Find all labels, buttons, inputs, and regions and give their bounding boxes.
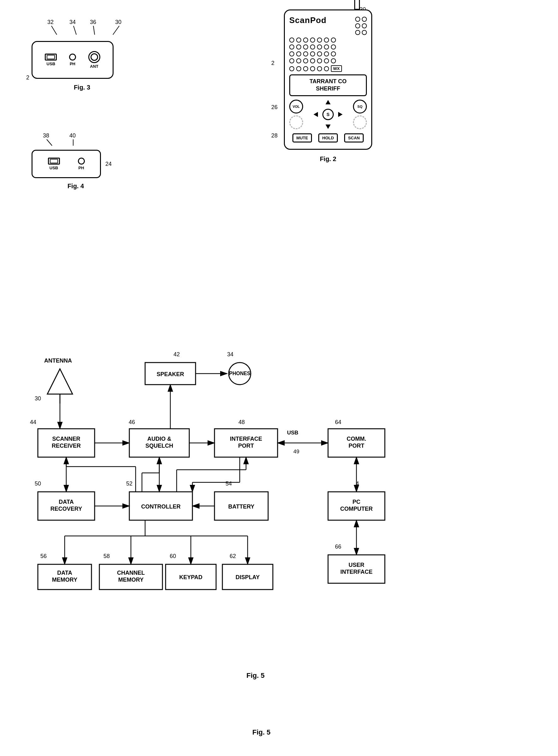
fig2-caption: Fig. 2: [284, 156, 372, 163]
dpad-up[interactable]: [326, 100, 331, 104]
led3: [355, 23, 360, 28]
svg-text:SCANNER: SCANNER: [52, 436, 80, 442]
fig4-ph-group: PH: [78, 158, 85, 170]
btn-r1c2: [296, 37, 301, 43]
fig3-ant-group: ANT: [88, 51, 100, 69]
svg-text:INTERFACE: INTERFACE: [230, 436, 262, 442]
svg-text:44: 44: [30, 419, 36, 425]
dpad-right[interactable]: [338, 112, 343, 117]
btn-r4c7: [331, 58, 336, 63]
svg-text:USER: USER: [349, 562, 364, 568]
btn-r3c7: [331, 51, 336, 56]
svg-text:BATTERY: BATTERY: [228, 504, 255, 510]
svg-marker-10: [47, 369, 73, 394]
vol-button[interactable]: VOL: [289, 100, 303, 113]
vol-button2[interactable]: [289, 115, 303, 129]
svg-text:AUDIO &: AUDIO &: [147, 436, 171, 442]
svg-text:48: 48: [238, 419, 245, 425]
fig2-ref26: 26: [271, 104, 278, 111]
fig3-usb-label: USB: [47, 61, 55, 66]
svg-text:30: 30: [35, 395, 41, 402]
dpad-left[interactable]: [313, 112, 318, 117]
scanpod-display: TARRANT CO SHERIFF: [289, 74, 367, 96]
svg-text:RECOVERY: RECOVERY: [50, 506, 82, 512]
btn-r4c5: [317, 58, 322, 63]
mute-button[interactable]: MUTE: [293, 133, 312, 142]
diagram-svg: 30 44 ANTENNA SCANNER RECEIVER 46 AUDIO …: [19, 331, 536, 725]
btn-r3c1: [289, 51, 294, 56]
btn-r4c6: [324, 58, 329, 63]
display-line1: TARRANT CO: [293, 78, 363, 85]
sq-button[interactable]: SQ: [353, 100, 367, 113]
sq-button2[interactable]: [353, 115, 367, 129]
svg-text:COMPUTER: COMPUTER: [340, 506, 373, 512]
fig3-ant-inner: [91, 53, 98, 61]
svg-line-2: [93, 26, 95, 35]
fig4-usb-inner: [50, 159, 58, 163]
dpad-down[interactable]: [326, 125, 331, 129]
svg-text:RECEIVER: RECEIVER: [52, 442, 81, 449]
fig4-usb-group: USB: [48, 158, 60, 170]
btn-r3c6: [324, 51, 329, 56]
btn-r4c4: [310, 58, 315, 63]
svg-text:58: 58: [103, 553, 110, 559]
fig5-container: 30 44 ANTENNA SCANNER RECEIVER 46 AUDIO …: [19, 331, 536, 725]
svg-line-1: [74, 26, 76, 35]
btn-r1c1: [289, 37, 294, 43]
btn-r5c1: [289, 66, 294, 71]
svg-text:Fig. 5: Fig. 5: [246, 672, 264, 679]
svg-text:DISPLAY: DISPLAY: [236, 574, 260, 580]
svg-text:60: 60: [170, 553, 176, 559]
btn-r1c3: [303, 37, 308, 43]
svg-text:USB: USB: [287, 430, 298, 436]
led1: [355, 17, 360, 22]
btn-r3c5: [317, 51, 322, 56]
svg-rect-21: [129, 429, 189, 457]
led6: [362, 30, 367, 35]
svg-rect-41: [328, 429, 385, 457]
btn-r5c5: [317, 66, 322, 71]
btn-row5: WX: [289, 65, 367, 72]
svg-rect-80: [166, 564, 216, 590]
dpad: S: [312, 99, 344, 130]
svg-text:54: 54: [226, 481, 232, 487]
fig3-ph-port: [69, 54, 76, 60]
btn-r5c4: [310, 66, 315, 71]
svg-text:DATA: DATA: [57, 570, 72, 576]
svg-text:MEMORY: MEMORY: [118, 576, 144, 583]
wx-button[interactable]: WX: [331, 65, 342, 72]
svg-rect-16: [38, 429, 95, 457]
svg-text:CHANNEL: CHANNEL: [117, 570, 145, 576]
fig4-caption: Fig. 4: [31, 183, 120, 190]
svg-text:PHONES: PHONES: [229, 371, 250, 376]
svg-text:42: 42: [174, 351, 180, 357]
fig3-usb-inner: [47, 55, 55, 59]
svg-text:COMM.: COMM.: [347, 436, 366, 442]
hold-button[interactable]: HOLD: [318, 133, 338, 142]
svg-text:4: 4: [356, 481, 359, 487]
btn-row4: [289, 58, 367, 63]
fig3-device: USB PH ANT 2: [31, 41, 113, 79]
svg-text:PC: PC: [352, 499, 360, 505]
svg-text:56: 56: [41, 553, 47, 559]
scan-button[interactable]: SCAN: [344, 133, 364, 142]
fig2-ref28: 28: [271, 132, 278, 139]
btn-r5c2: [296, 66, 301, 71]
btn-r2c3: [303, 45, 308, 50]
fig4-container: 38 40 USB PH 24 Fig.: [31, 132, 120, 190]
btn-r2c6: [324, 45, 329, 50]
svg-text:CONTROLLER: CONTROLLER: [141, 504, 181, 510]
svg-text:62: 62: [230, 553, 236, 559]
svg-text:64: 64: [335, 419, 341, 425]
svg-rect-72: [38, 564, 92, 590]
page: { "fig3": { "caption": "Fig. 3", "ref_30…: [0, 0, 558, 756]
dpad-center[interactable]: S: [322, 109, 334, 120]
led5: [355, 30, 360, 35]
btn-r3c2: [296, 51, 301, 56]
fig3-ph-label: PH: [70, 61, 75, 66]
svg-text:66: 66: [335, 543, 341, 550]
btn-row1: [289, 37, 367, 43]
fig4-usb-port: [48, 158, 60, 165]
btn-r4c2: [296, 58, 301, 63]
svg-text:SPEAKER: SPEAKER: [156, 371, 184, 377]
